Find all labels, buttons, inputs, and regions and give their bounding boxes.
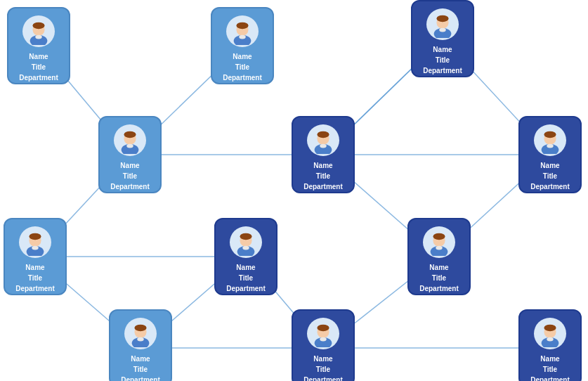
svg-point-20 — [35, 34, 42, 39]
node-title-n8: Title — [239, 274, 253, 282]
node-dept-n2: Department — [223, 74, 262, 82]
node-label-n9: Name Title Department — [419, 262, 459, 294]
node-n11[interactable]: Name Title Department — [292, 309, 355, 381]
svg-point-40 — [547, 143, 554, 148]
node-title-n5: Title — [316, 172, 330, 180]
node-title-n7: Title — [28, 274, 42, 282]
node-label-n10: Name Title Department — [121, 354, 160, 381]
node-n5[interactable]: Name Title Department — [292, 116, 355, 193]
node-n1[interactable]: Name Title Department — [7, 7, 70, 84]
node-title-n10: Title — [133, 366, 148, 373]
svg-point-55 — [134, 324, 146, 331]
avatar-n8 — [230, 226, 262, 258]
node-dept-n1: Department — [19, 74, 58, 82]
svg-point-44 — [32, 245, 39, 250]
svg-point-36 — [320, 143, 327, 148]
node-name-n6: Name — [540, 162, 559, 169]
svg-point-59 — [317, 324, 329, 331]
avatar-n10 — [124, 318, 157, 349]
node-label-n6: Name Title Department — [530, 160, 570, 192]
node-label-n7: Name Title Department — [15, 262, 55, 294]
node-dept-n10: Department — [121, 376, 160, 381]
avatar-n6 — [534, 124, 566, 156]
node-name-n1: Name — [29, 53, 48, 60]
svg-point-47 — [240, 233, 251, 240]
node-name-n3: Name — [433, 46, 452, 53]
svg-point-56 — [137, 337, 144, 341]
svg-point-60 — [320, 337, 327, 341]
node-title-n2: Title — [235, 63, 249, 71]
svg-point-43 — [29, 233, 41, 240]
node-dept-n4: Department — [110, 183, 150, 190]
node-name-n10: Name — [131, 355, 150, 363]
svg-point-31 — [124, 131, 136, 138]
node-n3[interactable]: Name Title Department — [411, 0, 474, 77]
avatar-n1 — [22, 15, 55, 47]
svg-point-28 — [439, 27, 446, 32]
node-name-n12: Name — [540, 355, 559, 363]
node-label-n1: Name Title Department — [19, 51, 58, 83]
node-n12[interactable]: Name Title Department — [518, 309, 582, 381]
svg-point-23 — [236, 22, 248, 29]
node-n4[interactable]: Name Title Department — [98, 116, 162, 193]
node-label-n4: Name Title Department — [110, 160, 150, 192]
svg-point-27 — [436, 15, 448, 22]
node-label-n3: Name Title Department — [423, 44, 462, 76]
node-dept-n8: Department — [226, 285, 266, 292]
node-name-n8: Name — [236, 264, 255, 271]
node-name-n2: Name — [233, 53, 251, 60]
avatar-n7 — [19, 226, 51, 258]
node-dept-n5: Department — [303, 183, 343, 190]
svg-point-48 — [242, 245, 249, 250]
node-name-n4: Name — [120, 162, 139, 169]
avatar-n12 — [534, 318, 566, 349]
node-n8[interactable]: Name Title Department — [214, 218, 277, 295]
node-n9[interactable]: Name Title Department — [407, 218, 471, 295]
node-label-n5: Name Title Department — [303, 160, 343, 192]
node-n2[interactable]: Name Title Department — [211, 7, 274, 84]
node-title-n1: Title — [32, 63, 46, 71]
avatar-n5 — [307, 124, 339, 156]
node-title-n4: Title — [123, 172, 137, 180]
node-label-n12: Name Title Department — [530, 354, 570, 381]
node-dept-n3: Department — [423, 67, 462, 75]
node-label-n11: Name Title Department — [303, 354, 343, 381]
node-name-n5: Name — [313, 162, 332, 169]
node-title-n3: Title — [436, 56, 450, 64]
svg-point-63 — [544, 324, 556, 331]
node-dept-n12: Department — [530, 376, 570, 381]
node-n6[interactable]: Name Title Department — [518, 116, 582, 193]
node-title-n12: Title — [543, 366, 557, 373]
node-name-n7: Name — [25, 264, 44, 271]
avatar-n4 — [114, 124, 146, 156]
svg-point-32 — [126, 143, 133, 148]
node-dept-n9: Department — [419, 285, 459, 292]
svg-point-64 — [547, 337, 554, 341]
node-dept-n6: Department — [530, 183, 570, 190]
svg-point-39 — [544, 131, 556, 138]
node-name-n9: Name — [429, 264, 448, 271]
avatar-n9 — [423, 226, 455, 258]
node-label-n2: Name Title Department — [223, 51, 262, 83]
svg-point-51 — [433, 233, 445, 240]
node-title-n9: Title — [432, 274, 446, 282]
avatar-n11 — [307, 318, 339, 349]
svg-point-19 — [32, 22, 44, 29]
avatar-n2 — [226, 15, 259, 47]
node-label-n8: Name Title Department — [226, 262, 266, 294]
node-name-n11: Name — [313, 355, 332, 363]
svg-point-24 — [239, 34, 246, 39]
svg-point-35 — [317, 131, 329, 138]
avatar-n3 — [426, 8, 459, 40]
node-title-n6: Title — [543, 172, 557, 180]
node-title-n11: Title — [316, 366, 330, 373]
svg-point-52 — [436, 245, 443, 250]
node-n10[interactable]: Name Title Department — [109, 309, 172, 381]
node-dept-n7: Department — [15, 285, 55, 292]
node-n7[interactable]: Name Title Department — [4, 218, 67, 295]
node-dept-n11: Department — [303, 376, 343, 381]
